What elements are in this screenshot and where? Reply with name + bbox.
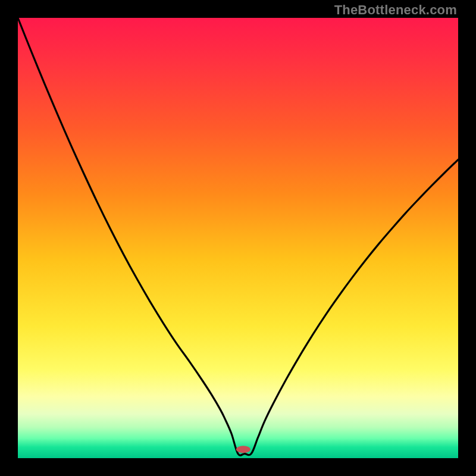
chart-plot-area xyxy=(18,18,458,458)
bottleneck-marker xyxy=(236,446,250,453)
bottleneck-curve-chart xyxy=(18,18,458,458)
watermark-text: TheBottleneck.com xyxy=(334,2,457,18)
gradient-background xyxy=(18,18,458,458)
outer-frame: TheBottleneck.com xyxy=(0,0,476,476)
